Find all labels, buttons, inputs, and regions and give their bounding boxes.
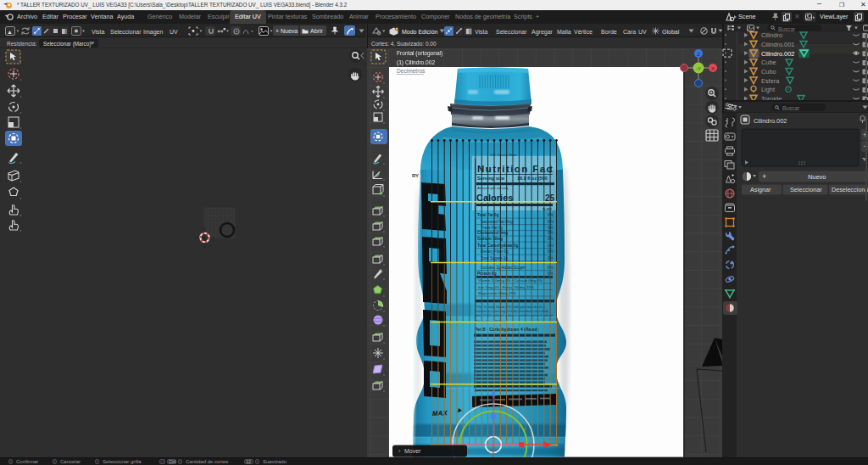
svg-text:▲: ▲ <box>7 29 13 35</box>
svg-text:Trans Fat 0g: Trans Fat 0g <box>481 226 503 230</box>
svg-text:Cilindro.002: Cilindro.002 <box>754 117 787 125</box>
svg-text:16.9 fl oz (500: 16.9 fl oz (500 <box>517 176 548 181</box>
svg-text:Total Carbohydrate 5g: Total Carbohydrate 5g <box>477 244 519 248</box>
svg-text:Seleccionar: Seleccionar <box>790 186 822 193</box>
svg-text:Cilindro: Cilindro <box>761 31 782 39</box>
svg-text:diet. 2,000 calories a day is: diet. 2,000 calories a day is used for g… <box>476 313 554 317</box>
svg-text:Protein 0g: Protein 0g <box>477 272 497 276</box>
svg-text:Light: Light <box>761 86 775 93</box>
svg-text:Cubo: Cubo <box>761 68 776 76</box>
svg-text:Mover: Mover <box>404 448 421 454</box>
svg-text:Cube: Cube <box>761 59 776 66</box>
svg-text:+: + <box>762 172 766 181</box>
svg-text:RY: RY <box>412 173 419 178</box>
svg-text:MAX: MAX <box>432 409 448 417</box>
svg-text:(1) Cilindro.002: (1) Cilindro.002 <box>397 59 435 66</box>
svg-text:Z: Z <box>697 52 700 57</box>
svg-text:Asignar: Asignar <box>750 186 771 193</box>
svg-text:Cilindro.002: Cilindro.002 <box>761 50 794 58</box>
svg-text:Dietary Fiber 0g: Dietary Fiber 0g <box>481 249 509 254</box>
svg-text:Sodium 10mg: Sodium 10mg <box>477 237 503 241</box>
svg-text:Magnesium 59mg 15%: Magnesium 59mg 15% <box>478 291 516 295</box>
svg-text:X: X <box>711 66 715 71</box>
svg-text:Esfera: Esfera <box>761 77 780 85</box>
svg-text:Nuevo: Nuevo <box>808 173 826 181</box>
svg-text:Frontal (ortogonal): Frontal (ortogonal) <box>397 50 442 57</box>
svg-text:Saturated Fat 0mg: Saturated Fat 0mg <box>481 220 513 224</box>
svg-text:Nutrition Fac: Nutrition Fac <box>477 164 553 174</box>
svg-text:Cilindro.001: Cilindro.001 <box>761 41 794 48</box>
svg-text:-Y: -Y <box>696 66 701 71</box>
svg-text:Deseleccionar: Deseleccionar <box>832 186 868 193</box>
svg-text:Decimetros: Decimetros <box>397 68 426 74</box>
